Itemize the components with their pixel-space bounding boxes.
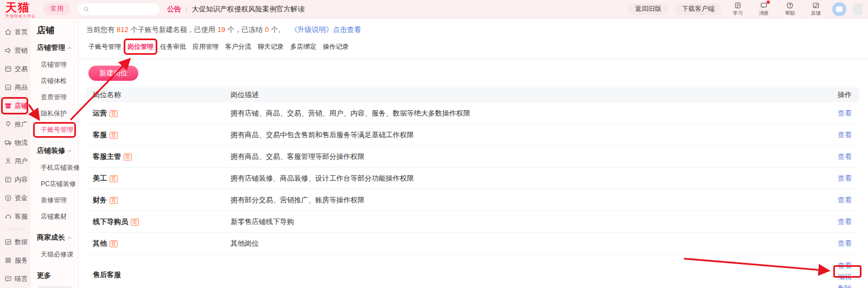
official-badge: 官 [110,175,118,182]
nav-trade[interactable]: 交易 [0,60,30,78]
subnav-item-mobile-decoration[interactable]: 手机店铺装修 [30,159,78,176]
table-row: 客服主管官 拥有商品、交易、客服管理等部分操作权限 查看 [86,146,859,168]
user-icon [4,157,12,165]
position-name: 财务 [93,196,107,204]
group-shop-decoration[interactable]: 店铺装修 [30,145,78,156]
position-desc: 拥有部分交易、营销推广、账房等操作权限 [231,195,789,205]
view-link[interactable]: 查看 [838,261,852,271]
nav-marketing[interactable]: 营销 [0,41,30,60]
view-link[interactable]: 查看 [838,174,852,182]
order-box-icon [4,65,12,73]
shop-icon [4,102,12,110]
feedback-button[interactable]: 反馈 [806,2,826,17]
table-row: 财务官 拥有部分交易、营销推广、账房等操作权限 查看 [86,189,859,211]
search-box[interactable] [78,3,159,15]
masked-store-name [853,3,863,15]
announcement-label: 公告 [167,4,181,14]
official-badge: 官 [110,240,118,247]
nav-miaoyan[interactable]: 喵言 [0,270,30,288]
group-shop-management[interactable]: 店铺管理 [30,42,78,53]
subnav-item-qualification[interactable]: 资质管理 [30,89,78,105]
edit-link[interactable]: 编辑 [838,272,852,282]
subnav-item-privacy[interactable]: 隐私保护 [30,105,78,121]
nav-home[interactable]: 首页 [0,23,30,41]
table-row: 售后客服 查看 编辑 删除 [86,254,859,288]
subnav-item-tmall-course[interactable]: 天猫必修课 [30,246,78,263]
store-avatar[interactable] [832,2,846,16]
chevron-up-icon [68,47,72,50]
view-link[interactable]: 查看 [838,217,852,226]
nav-shop[interactable]: 店铺 [0,97,30,115]
promotion-pin-icon [4,120,12,128]
announcement-text: 大促知识产权侵权风险案例官方解读 [192,4,304,14]
view-link[interactable]: 查看 [838,152,852,161]
group-merchant-growth[interactable]: 商家成长 [30,232,78,243]
upgrade-notes-link[interactable]: 《升级说明》点击查看 [290,25,361,34]
nav-funds[interactable]: 资金 [0,189,30,207]
back-to-old-version-button[interactable]: 返回旧版 [628,3,668,15]
subnav-item-shop-management[interactable]: 店铺管理 [30,56,78,73]
download-client-button[interactable]: 下载客户端 [675,3,722,15]
tab-subaccount-management[interactable]: 子账号管理 [88,42,121,52]
position-name: 美工 [93,174,107,182]
primary-nav-rail: 首页 营销 交易 商品 店铺 推广 物流 用户 内容 资金 客服 数据 服务 喵… [0,18,30,288]
content-icon [4,176,12,183]
group-more[interactable]: 更多 [30,270,78,281]
tmall-merchant-workspace: 天猫 天猫商家工作台 常用 公告 | 大促知识产权侵权风险案例官方解读 返回旧版… [0,0,868,288]
position-name: 售后客服 [93,271,121,279]
quota-frozen: 0 [265,25,269,34]
subnav-item-pc-decoration[interactable]: PC店铺装修 [30,176,78,192]
tab-position-management[interactable]: 岗位管理 [127,42,154,52]
position-name: 线下导购员 [93,217,128,226]
help-icon [786,2,794,9]
tmall-logo[interactable]: 天猫 天猫商家工作台 [5,1,36,18]
topbar-right-cluster: 返回旧版 下载客户端 学习 消息 帮助 反馈 [628,2,863,17]
position-desc: 拥有商品、交易、客服管理等部分操作权限 [231,152,789,162]
learn-button[interactable]: 学习 [728,2,748,17]
messages-button[interactable]: 消息 [754,2,774,17]
subnav-item-shop-assets[interactable]: 店铺素材 [30,208,78,225]
position-desc: 新零售店铺线下导购 [231,217,789,227]
view-link[interactable]: 查看 [838,239,852,247]
subnav-item-decoration-management[interactable]: 装修管理 [30,192,78,208]
chat-icon [4,275,12,283]
tab-multi-store-binding[interactable]: 多店绑定 [290,42,316,52]
delete-link[interactable]: 删除 [838,284,852,288]
nav-services[interactable]: 服务 [0,251,30,270]
announcement-bar[interactable]: 公告 | 大促知识产权侵权风险案例官方解读 [167,4,304,14]
view-link[interactable]: 查看 [838,196,852,204]
headset-icon [4,213,12,220]
official-badge: 官 [131,219,139,226]
tab-chat-records[interactable]: 聊天记录 [258,42,284,52]
nav-promotion[interactable]: 推广 [0,115,30,133]
help-button[interactable]: 帮助 [780,2,800,17]
nav-goods[interactable]: 商品 [0,78,30,97]
view-link[interactable]: 查看 [838,109,852,117]
top-bar: 天猫 天猫商家工作台 常用 公告 | 大促知识产权侵权风险案例官方解读 返回旧版… [0,0,868,18]
tab-task-approval[interactable]: 任务审批 [160,42,186,52]
service-grid-icon [4,257,12,264]
official-badge: 官 [110,132,118,139]
position-table-panel: 新建岗位 岗位名称 岗位描述 操作 运营官 拥有店铺、商品、交易、营销、用户、内… [79,59,868,288]
new-position-button[interactable]: 新建岗位 [88,66,138,81]
nav-users[interactable]: 用户 [0,152,30,170]
subnav-item-subaccount[interactable]: 子账号管理 [30,121,78,138]
quota-status-line: 当前您有812个子账号新建名额，已使用19个，已冻结0个。《升级说明》点击查看 [79,18,868,35]
table-row: 客服官 拥有商品、交易中包含售前和售后服务等满足基础工作权限 查看 [86,124,859,146]
nav-customer-service[interactable]: 客服 [0,207,30,226]
frequently-used-button[interactable]: 常用 [43,3,71,15]
tab-app-management[interactable]: 应用管理 [193,42,219,52]
nav-data[interactable]: 数据 [0,233,30,251]
search-input[interactable] [92,5,155,13]
quota-total: 812 [117,25,129,34]
subnav-title: 店铺 [30,18,78,35]
nav-content[interactable]: 内容 [0,170,30,189]
official-badge: 官 [124,153,132,161]
subnav-item-shop-checkup[interactable]: 店铺体检 [30,73,78,89]
announcement-divider: | [186,5,187,13]
tab-customer-routing[interactable]: 客户分流 [225,42,251,52]
tab-operation-records[interactable]: 操作记录 [323,42,349,52]
view-link[interactable]: 查看 [838,131,852,139]
table-row: 运营官 拥有店铺、商品、交易、营销、用户、内容、服务、数据等绝大多数操作权限 查… [86,103,859,124]
nav-logistics[interactable]: 物流 [0,133,30,152]
